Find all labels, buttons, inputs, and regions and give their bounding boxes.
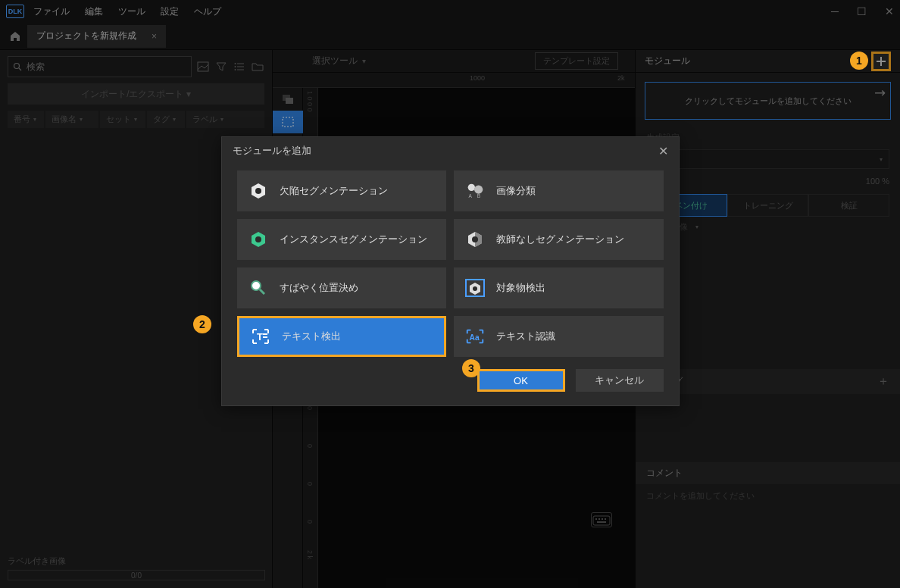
hex-green-icon — [248, 229, 269, 250]
svg-point-23 — [474, 186, 483, 194]
card-label: テキスト認識 — [496, 330, 555, 343]
svg-point-30 — [472, 236, 478, 242]
svg-text:A: A — [469, 193, 473, 199]
text-detect-icon: T — [250, 326, 271, 347]
card-object-detection[interactable]: 対象物検出 — [454, 267, 664, 308]
card-label: すばやく位置決め — [280, 281, 358, 295]
magnifier-icon — [248, 277, 269, 299]
nut-icon — [248, 180, 269, 202]
hex-half-icon — [464, 229, 486, 250]
svg-point-22 — [468, 184, 475, 191]
add-module-dialog: モジュールを追加 ✕ 欠陥セグメンテーション AB 画像分類 インスタンスセグメ… — [221, 136, 680, 406]
card-defect-segmentation[interactable]: 欠陥セグメンテーション — [237, 170, 447, 211]
text-recog-icon: Aa — [464, 326, 486, 347]
card-image-classification[interactable]: AB 画像分類 — [454, 170, 664, 211]
card-label: 欠陥セグメンテーション — [280, 184, 388, 198]
cancel-button[interactable]: キャンセル — [576, 369, 664, 392]
modal-overlay: モジュールを追加 ✕ 欠陥セグメンテーション AB 画像分類 インスタンスセグメ… — [0, 0, 900, 588]
callout-1: 1 — [850, 52, 868, 70]
callout-2: 2 — [193, 315, 211, 333]
ok-button[interactable]: OK — [477, 369, 565, 392]
card-label: テキスト検出 — [282, 330, 341, 343]
svg-text:B: B — [477, 193, 480, 199]
card-label: 教師なしセグメンテーション — [496, 233, 624, 246]
card-label: インスタンスセグメンテーション — [280, 233, 427, 246]
svg-line-32 — [260, 289, 264, 294]
card-instance-segmentation[interactable]: インスタンスセグメンテーション — [237, 219, 447, 260]
card-text-recognition[interactable]: Aa テキスト認識 — [454, 316, 664, 357]
svg-rect-37 — [263, 333, 267, 335]
callout-3: 3 — [462, 359, 480, 377]
svg-point-35 — [473, 286, 477, 291]
svg-point-21 — [255, 188, 261, 194]
svg-point-27 — [255, 236, 261, 242]
card-unsupervised-segmentation[interactable]: 教師なしセグメンテーション — [454, 219, 664, 260]
svg-rect-38 — [263, 336, 267, 338]
svg-text:Aa: Aa — [470, 333, 480, 342]
card-label: 画像分類 — [496, 184, 536, 198]
svg-text:T: T — [257, 331, 263, 342]
card-fast-locate[interactable]: すばやく位置決め — [237, 267, 447, 308]
svg-point-31 — [252, 281, 261, 290]
dialog-close-button[interactable]: ✕ — [658, 144, 668, 158]
card-label: 対象物検出 — [496, 281, 545, 295]
box-detect-icon — [464, 277, 486, 299]
dialog-title: モジュールを追加 — [233, 144, 311, 158]
classify-icon: AB — [464, 180, 486, 202]
card-text-detection[interactable]: T テキスト検出 — [237, 316, 447, 357]
